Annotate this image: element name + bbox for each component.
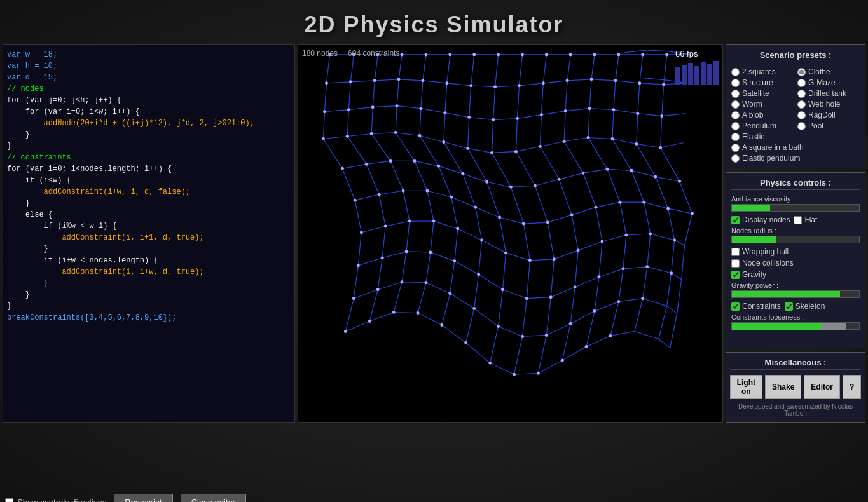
code-line-3: var d = 15; <box>7 72 291 83</box>
svg-point-131 <box>641 297 644 300</box>
fps-bar-3 <box>688 63 693 85</box>
svg-point-17 <box>349 80 352 83</box>
svg-point-114 <box>574 285 577 288</box>
node-collisions-label[interactable]: Node collisions <box>731 259 794 268</box>
preset-ragdoll[interactable]: RagDoll <box>797 111 860 119</box>
svg-point-119 <box>352 297 355 300</box>
constraints-label[interactable]: Constraints <box>731 302 781 311</box>
svg-point-42 <box>588 107 591 110</box>
help-button[interactable]: ? <box>843 375 861 399</box>
gravity-label[interactable]: Gravity <box>731 270 766 279</box>
svg-point-91 <box>360 231 363 234</box>
node-collisions-checkbox[interactable] <box>731 259 740 268</box>
code-line-24: breakConstraints([3,4,5,6,7,8,9,10]); <box>7 312 291 323</box>
show-controls-label[interactable]: Show controls directives <box>5 498 106 503</box>
run-script-button[interactable]: Run script <box>114 494 173 503</box>
skeleton-checkbox[interactable] <box>785 302 793 311</box>
svg-point-80 <box>450 196 453 199</box>
show-controls-checkbox[interactable] <box>5 498 13 503</box>
preset-blob[interactable]: A blob <box>731 111 794 119</box>
code-line-8: } <box>7 129 291 140</box>
shake-button[interactable]: Shake <box>765 375 801 399</box>
preset-structure[interactable]: Structure <box>731 78 794 87</box>
svg-point-139 <box>513 373 516 376</box>
code-editor[interactable]: var w = 18; var h = 10; var d = 15; // n… <box>3 44 295 423</box>
svg-point-83 <box>522 222 525 226</box>
constraints-checkbox[interactable] <box>731 302 740 311</box>
light-on-button[interactable]: Light on <box>730 375 762 399</box>
preset-square-bath[interactable]: A square in a bath <box>731 143 860 152</box>
preset-drilled-tank[interactable]: Drilled tank <box>797 89 860 98</box>
code-line-4: // nodes <box>7 83 291 95</box>
code-line-18: } <box>7 243 291 255</box>
preset-elastic-pendulum[interactable]: Elastic pendulum <box>731 154 860 163</box>
code-line-7: addNode(20+i*d + ((i+j)*12), j*d, 2, j>0… <box>7 118 291 129</box>
svg-point-82 <box>498 216 501 219</box>
nodes-radius-slider[interactable] <box>731 236 860 243</box>
nodes-radius-control: Nodes radius : <box>731 227 860 243</box>
svg-point-32 <box>347 108 350 111</box>
constraint-count: 604 constraints <box>348 49 399 58</box>
svg-point-57 <box>587 136 590 139</box>
svg-point-77 <box>378 193 381 196</box>
svg-point-44 <box>636 112 639 115</box>
constraints-skeleton-row: Constraints Skeleton <box>731 302 860 311</box>
editor-button[interactable]: Editor <box>804 375 840 399</box>
svg-point-14 <box>641 53 644 56</box>
gravity-power-label: Gravity power : <box>731 282 860 289</box>
preset-pendulum[interactable]: Pendulum <box>731 121 794 130</box>
fps-bar-2 <box>682 65 687 85</box>
svg-point-53 <box>490 151 493 154</box>
fps-bar-1 <box>675 67 680 85</box>
svg-point-29 <box>638 81 641 85</box>
svg-point-87 <box>618 201 621 204</box>
svg-point-54 <box>514 150 518 153</box>
svg-point-27 <box>590 78 593 81</box>
gravity-power-slider[interactable] <box>731 290 860 298</box>
preset-pool[interactable]: Pool <box>797 121 860 130</box>
preset-clothe[interactable]: Clothe <box>797 67 860 76</box>
svg-point-130 <box>617 300 620 303</box>
svg-point-79 <box>425 189 429 193</box>
ambiance-slider[interactable] <box>731 204 860 212</box>
svg-point-93 <box>408 220 411 223</box>
credit-text: Developped and awesomized by Nicolas Tam… <box>731 403 860 417</box>
svg-point-24 <box>518 84 521 87</box>
code-line-6: for (var i=0; i<w; i++) { <box>7 106 291 118</box>
close-editor-button[interactable]: Close editor <box>181 494 246 503</box>
scenario-box: Scenario presets : 2 squares Clothe Stru… <box>726 44 865 168</box>
svg-point-128 <box>569 322 572 325</box>
svg-point-89 <box>666 207 670 210</box>
constraints-looseness-fill <box>732 323 859 330</box>
preset-gmaze[interactable]: G-Maze <box>797 78 860 87</box>
svg-point-120 <box>376 288 380 291</box>
svg-point-30 <box>662 83 665 86</box>
svg-point-113 <box>549 295 553 299</box>
svg-point-116 <box>621 267 624 270</box>
svg-point-141 <box>561 359 564 362</box>
flat-checkbox[interactable] <box>794 216 802 224</box>
flat-label[interactable]: Flat <box>794 215 817 224</box>
svg-point-21 <box>445 81 448 85</box>
svg-point-34 <box>396 104 399 107</box>
display-nodes-checkbox[interactable] <box>731 216 740 224</box>
svg-point-40 <box>540 113 543 116</box>
skeleton-label[interactable]: Skeleton <box>785 302 825 311</box>
preset-worm[interactable]: Worm <box>731 100 794 109</box>
svg-point-127 <box>545 334 548 337</box>
svg-point-61 <box>341 167 344 170</box>
wrapping-hull-label[interactable]: Wrapping hull <box>731 247 789 256</box>
simulation-panel[interactable]: 180 nodes 604 constraints 66 fps <box>298 44 723 423</box>
preset-2squares[interactable]: 2 squares <box>731 67 794 76</box>
preset-satellite[interactable]: Satellite <box>731 89 794 98</box>
wrapping-hull-checkbox[interactable] <box>731 248 740 256</box>
svg-point-73 <box>630 169 633 172</box>
preset-web-hole[interactable]: Web hole <box>797 100 860 109</box>
constraints-looseness-slider[interactable] <box>731 322 860 330</box>
svg-point-76 <box>354 199 357 202</box>
display-nodes-label[interactable]: Display nodes <box>731 215 790 224</box>
sim-canvas[interactable] <box>298 45 722 422</box>
gravity-checkbox[interactable] <box>731 271 740 279</box>
fps-value: 66 fps <box>675 49 719 58</box>
preset-elastic[interactable]: Elastic <box>731 132 794 141</box>
